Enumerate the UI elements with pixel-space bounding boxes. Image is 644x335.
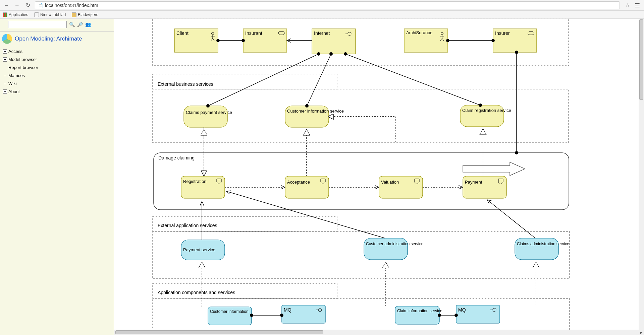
reload-button[interactable]: ↻ <box>24 2 32 9</box>
search-row: 🔍 🔎 👥 <box>0 19 114 32</box>
process-valuation[interactable]: Valuation <box>379 176 423 198</box>
process-arrow-icon <box>463 162 525 176</box>
process-payment[interactable]: Payment <box>463 176 506 198</box>
bookmark-label: Nieuw tabblad <box>40 12 66 17</box>
tree-label: Access <box>8 49 22 54</box>
bookmark-new-tab[interactable]: Nieuw tabblad <box>34 12 66 17</box>
svg-text:Insurer: Insurer <box>495 30 510 36</box>
role-insurant[interactable]: Insurant <box>243 29 287 52</box>
appsvc-claims-admin[interactable]: Claims administration service <box>515 238 569 260</box>
tri-icon <box>303 129 310 135</box>
tree-item-access[interactable]: +Access <box>1 47 114 55</box>
menu-button[interactable]: ☰ <box>633 2 641 9</box>
expand-icon[interactable]: + <box>3 49 7 54</box>
tree-label: About <box>8 89 20 94</box>
appcomp-mq1[interactable]: MQ <box>282 305 325 323</box>
svg-text:Customer information service: Customer information service <box>287 109 344 114</box>
appcomp-cust-info[interactable]: Customer information <box>208 307 252 325</box>
tri-icon <box>533 262 539 268</box>
svg-text:Payment service: Payment service <box>183 247 215 252</box>
tree-label: Report browser <box>8 65 38 70</box>
leaf-icon: – <box>3 81 7 86</box>
svg-text:Insurant: Insurant <box>245 30 262 36</box>
service-claims-payment[interactable]: Claims payment service <box>184 106 232 127</box>
tree-item-about[interactable]: +About <box>1 87 114 95</box>
forward-button[interactable]: → <box>13 2 21 9</box>
svg-text:Payment: Payment <box>465 180 482 185</box>
bookmark-label: Applicaties <box>9 12 28 17</box>
interface-internet[interactable]: Internet <box>312 29 356 54</box>
tree-item-report-browser[interactable]: –Report browser <box>1 63 114 71</box>
actor-client[interactable]: Client <box>174 29 218 52</box>
svg-text:ArchiSurance: ArchiSurance <box>406 30 432 35</box>
address-bar[interactable]: 📄 localhost/om31/index.htm <box>35 1 620 9</box>
page-icon: 📄 <box>37 3 43 8</box>
sidebar: 🔍 🔎 👥 Open Modeling: Archimate +Access +… <box>0 19 114 335</box>
url-text: localhost/om31/index.htm <box>45 3 98 8</box>
scroll-right-icon[interactable]: ▶ <box>639 330 644 335</box>
zoom-icon[interactable]: 🔎 <box>77 21 83 27</box>
nav-tree: +Access +Model browser –Report browser –… <box>0 46 114 95</box>
leaf-icon: – <box>3 73 7 78</box>
tree-item-model-browser[interactable]: +Model browser <box>1 55 114 63</box>
app-title: Open Modeling: Archimate <box>0 32 114 46</box>
appsvc-cust-admin[interactable]: Customer administration service <box>364 238 424 260</box>
ext-biz-label: External business services <box>158 81 213 87</box>
conn-internet-claimreg <box>345 54 480 105</box>
svg-text:Client: Client <box>176 30 189 36</box>
search-icon[interactable]: 🔍 <box>69 21 75 27</box>
expand-icon[interactable]: + <box>3 89 7 94</box>
expand-icon[interactable]: + <box>3 57 7 62</box>
logo-icon <box>2 34 12 44</box>
ext-app-label: External application services <box>158 223 217 228</box>
svg-text:MQ: MQ <box>284 307 291 313</box>
process-title: Damage claiming <box>158 155 195 160</box>
bookmark-star-icon[interactable]: ☆ <box>625 2 630 8</box>
svg-text:Customer administration servic: Customer administration service <box>366 242 424 246</box>
scroll-thumb[interactable] <box>639 19 643 100</box>
tri-icon <box>199 262 205 268</box>
find-people-icon[interactable]: 👥 <box>85 21 91 27</box>
search-input[interactable] <box>8 21 67 28</box>
conn-custinfo-used <box>329 117 396 143</box>
back-button[interactable]: ← <box>3 2 10 9</box>
tri-icon <box>480 129 486 135</box>
svg-text:Claim information service: Claim information service <box>397 309 442 313</box>
conn-internet-claimspay <box>208 54 319 106</box>
process-registration[interactable]: Registration <box>181 176 225 198</box>
leaf-icon: – <box>3 65 7 70</box>
svg-text:Claim registration service: Claim registration service <box>462 108 511 113</box>
appsvc-payment[interactable]: Payment service <box>181 240 225 260</box>
conn-internet-custinfo <box>307 54 331 106</box>
actor-archisurance[interactable]: ArchiSurance <box>404 29 448 52</box>
svg-rect-23 <box>184 106 227 127</box>
bookmark-folder[interactable]: Bladwijzers <box>72 12 98 17</box>
bookmark-label: Bladwijzers <box>78 12 98 17</box>
tri-icon <box>382 262 389 268</box>
scroll-thumb[interactable] <box>115 330 323 334</box>
diagram-canvas[interactable]: Client Insurant Internet ArchiSurance <box>114 19 644 335</box>
bookmarks-bar: Applicaties Nieuw tabblad Bladwijzers <box>0 11 644 19</box>
svg-text:Claims payment service: Claims payment service <box>186 110 232 115</box>
horizontal-scrollbar[interactable]: ◀ ▶ <box>114 330 644 335</box>
tree-label: Model browser <box>8 57 37 62</box>
svg-text:Customer information: Customer information <box>210 309 249 314</box>
tree-label: Matrices <box>8 73 25 78</box>
tree-item-wiki[interactable]: –Wiki <box>1 79 114 87</box>
conn-claimsadmin-pay <box>487 200 535 238</box>
folder-icon <box>72 12 76 17</box>
role-insurer[interactable]: Insurer <box>493 29 537 52</box>
service-claim-reg[interactable]: Claim registration service <box>460 105 511 127</box>
svg-text:Registration: Registration <box>183 179 206 184</box>
apps-icon <box>3 12 7 17</box>
process-acceptance[interactable]: Acceptance <box>285 176 329 198</box>
bookmark-apps[interactable]: Applicaties <box>3 12 28 17</box>
svg-text:MQ: MQ <box>458 307 466 313</box>
appcomp-mq2[interactable]: MQ <box>456 305 500 323</box>
tree-item-matrices[interactable]: –Matrices <box>1 71 114 79</box>
appcomp-claim-info[interactable]: Claim information service <box>395 306 442 324</box>
app-comp-label: Application components and services <box>158 290 235 295</box>
svg-text:Claims administration service: Claims administration service <box>517 242 569 246</box>
vertical-scrollbar[interactable] <box>639 19 644 330</box>
page-icon <box>34 12 39 17</box>
